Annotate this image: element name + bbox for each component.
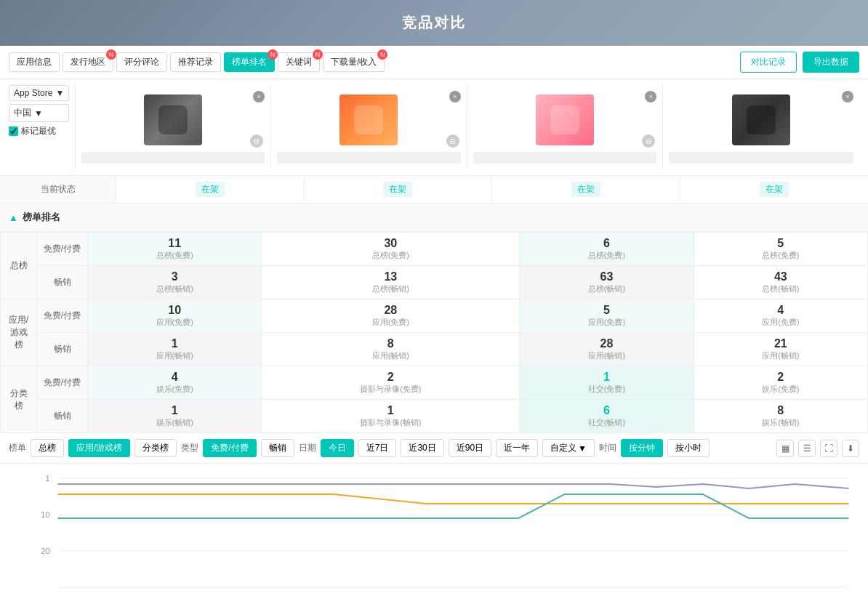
tab-app-info[interactable]: 应用信息 <box>9 52 60 72</box>
rank-sub-2-4: 总榜(畅销) <box>700 283 861 294</box>
close-product-3-button[interactable]: × <box>645 91 656 102</box>
rank-num-1-1: 11 <box>94 237 255 250</box>
time-filter-label: 时间 <box>599 442 616 454</box>
rank-num-1-4: 5 <box>700 237 861 250</box>
y-label-20: 20 <box>41 547 50 555</box>
rank-num-2-4: 43 <box>700 270 861 283</box>
status-row-label: 当前状态 <box>0 176 116 203</box>
rank-num-1-2: 30 <box>268 237 513 250</box>
filter-tag-30days[interactable]: 近30日 <box>401 439 443 457</box>
rank-num-4-1: 1 <box>94 337 255 350</box>
filter-tag-app-game[interactable]: 应用/游戏榜 <box>68 439 130 457</box>
filter-tag-minute[interactable]: 按分钟 <box>621 439 663 457</box>
rank-sub-5-1: 娱乐(免费) <box>94 384 255 395</box>
rank-cell-5-4: 2 娱乐(免费) <box>694 366 867 400</box>
tab-downloads[interactable]: 下载量/收入 N <box>323 52 385 72</box>
list-chart-icon[interactable]: ☰ <box>798 440 816 457</box>
rank-num-3-2: 28 <box>268 304 513 317</box>
store-select[interactable]: App Store ▼ <box>9 85 69 101</box>
rank-sub-6-3: 社交(畅销) <box>526 417 687 428</box>
expand-icon[interactable]: ⛶ <box>820 440 837 457</box>
chevron-down-icon: ▼ <box>55 88 64 98</box>
close-product-1-button[interactable]: × <box>253 91 265 102</box>
filter-tag-7days[interactable]: 近7日 <box>358 439 397 457</box>
ranking-table: 总榜 免费/付费 11 总榜(免费) 30 总榜(免费) 6 总榜(免费) 5 … <box>0 232 868 433</box>
rank-sub-6-2: 摄影与录像(畅销) <box>268 417 513 428</box>
rank-cell-1-3: 6 总榜(免费) <box>520 233 694 266</box>
chart-line-orange <box>57 494 848 504</box>
filter-tag-category[interactable]: 分类榜 <box>134 439 177 457</box>
sub-label-free2: 免费/付费 <box>37 299 88 333</box>
rank-num-5-2: 2 <box>268 371 513 384</box>
rank-cell-5-3: 1 社交(免费) <box>520 366 694 400</box>
table-row: 畅销 1 应用(畅销) 8 应用(畅销) 28 应用(畅销) 21 应用(畅销) <box>1 333 868 366</box>
rank-cell-4-4: 21 应用(畅销) <box>694 333 867 366</box>
product-name-4 <box>669 152 853 164</box>
rank-num-6-1: 1 <box>94 404 255 417</box>
tab-keywords[interactable]: 关键词 N <box>278 52 320 72</box>
main-content: App Store ▼ 中国 ▼ 标记最优 <box>0 79 868 596</box>
rank-sub-6-1: 娱乐(畅销) <box>94 417 255 428</box>
filter-tag-90days[interactable]: 近90日 <box>449 439 491 457</box>
rank-sub-1-4: 总榜(免费) <box>700 250 861 261</box>
filter-tag-hour[interactable]: 按小时 <box>667 439 710 457</box>
status-tag-2: 在架 <box>383 182 412 197</box>
product-name-2 <box>277 152 461 164</box>
sub-label-changshou3: 畅销 <box>37 400 88 433</box>
page-title: 竞品对比 <box>13 13 855 33</box>
compare-product-1-button[interactable]: ⊖ <box>250 134 263 148</box>
rank-cell-3-2: 28 应用(免费) <box>262 299 520 333</box>
date-filter-label: 日期 <box>299 442 316 454</box>
type-filter-label: 类型 <box>181 442 198 454</box>
tab-rankings[interactable]: 榜单排名 N <box>224 52 275 72</box>
rank-cell-2-3: 63 总榜(畅销) <box>520 266 694 299</box>
products-grid: × ⊖ × ⊖ <box>75 85 859 169</box>
filter-tag-custom[interactable]: 自定义 ▼ <box>542 439 595 457</box>
bar-chart-icon[interactable]: ▦ <box>776 440 794 457</box>
status-value-2: 在架 <box>305 176 493 203</box>
rank-sub-5-4: 娱乐(免费) <box>700 384 861 395</box>
export-data-button[interactable]: 导出数据 <box>803 52 859 73</box>
compare-product-2-button[interactable]: ⊖ <box>446 134 459 148</box>
rank-num-4-3: 28 <box>526 337 687 350</box>
rank-sub-2-3: 总榜(畅销) <box>526 283 687 294</box>
rank-num-6-4: 8 <box>700 404 861 417</box>
mark-best-checkbox[interactable]: 标记最优 <box>9 125 69 137</box>
tab-region-badge: N <box>106 49 116 60</box>
rank-cell-6-3: 6 社交(畅销) <box>520 400 694 433</box>
close-product-2-button[interactable]: × <box>449 91 461 102</box>
rank-sub-5-2: 摄影与录像(免费) <box>268 384 513 395</box>
rank-num-5-3: 1 <box>526 371 687 384</box>
tab-region[interactable]: 发行地区 N <box>63 52 113 72</box>
rank-sub-1-2: 总榜(免费) <box>268 250 513 261</box>
table-row: 总榜 免费/付费 11 总榜(免费) 30 总榜(免费) 6 总榜(免费) 5 … <box>1 233 868 266</box>
filter-tag-today[interactable]: 今日 <box>321 439 354 457</box>
rank-cell-2-1: 3 总榜(畅销) <box>88 266 262 299</box>
rank-sub-3-1: 应用(免费) <box>94 317 255 328</box>
chart-svg: 1 10 20 29 28日01点 28日03点 28日04点 28日06点 2… <box>12 471 856 596</box>
product-image-3 <box>536 94 594 145</box>
rank-num-2-2: 13 <box>268 270 513 283</box>
y-label-1: 1 <box>45 474 49 483</box>
filter-tag-paid[interactable]: 畅销 <box>261 439 294 457</box>
download-icon[interactable]: ⬇ <box>842 440 859 457</box>
compare-history-button[interactable]: 对比记录 <box>740 52 797 73</box>
filter-tag-zongbang[interactable]: 总榜 <box>31 439 64 457</box>
filter-tag-free[interactable]: 免费/付费 <box>203 439 256 457</box>
sub-label-changshou1: 畅销 <box>37 266 88 299</box>
product-col-4: × <box>663 85 859 169</box>
rank-cell-4-2: 8 应用(畅销) <box>262 333 520 366</box>
rank-cell-3-1: 10 应用(免费) <box>88 299 262 333</box>
chevron-down-icon3: ▼ <box>578 443 587 454</box>
tab-recommendations[interactable]: 推荐记录 <box>170 52 221 72</box>
compare-product-3-button[interactable]: ⊖ <box>642 134 655 148</box>
filter-tag-1year[interactable]: 近一年 <box>496 439 538 457</box>
sub-label-free3: 免费/付费 <box>37 366 88 400</box>
product-col-1: × ⊖ <box>75 85 271 169</box>
region-select[interactable]: 中国 ▼ <box>9 104 69 122</box>
close-product-4-button[interactable]: × <box>842 91 853 102</box>
rank-sub-3-2: 应用(免费) <box>268 317 513 328</box>
rank-num-3-1: 10 <box>94 304 255 317</box>
tab-reviews[interactable]: 评分评论 <box>116 52 167 72</box>
rank-sub-4-3: 应用(畅销) <box>526 350 687 361</box>
